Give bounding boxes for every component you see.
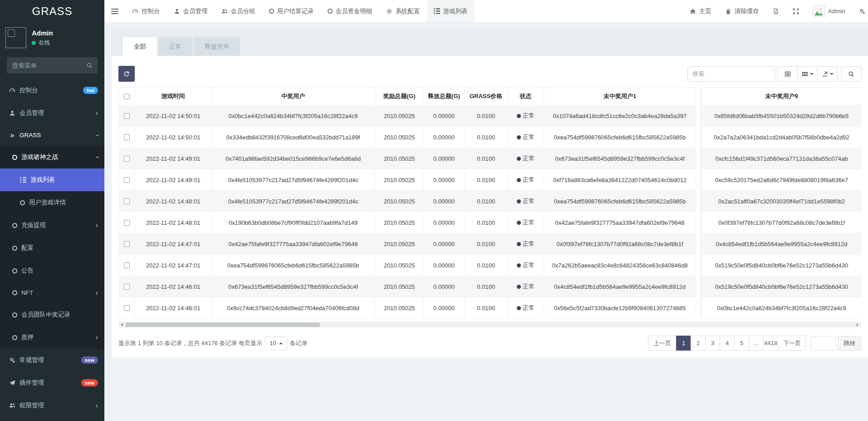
row-checkbox[interactable] — [124, 241, 130, 247]
page-button-3[interactable]: 3 — [705, 336, 720, 351]
row-checkbox[interactable] — [124, 198, 130, 204]
row-checkbox[interactable] — [124, 305, 130, 311]
tab-normal[interactable]: 正常 — [158, 37, 192, 56]
sidebar-item-pledge[interactable]: 质押 ‹ — [0, 326, 104, 349]
row-checkbox[interactable] — [124, 177, 130, 183]
page-button-2[interactable]: 2 — [691, 336, 706, 351]
row-checkbox[interactable] — [124, 263, 130, 268]
cell-runner-up-9: 0x65fd6d06bab5fb45501b50324d28d2d6b790b6… — [701, 105, 861, 126]
sidebar-item-team-prize-records[interactable]: 会员团队中奖记录 — [0, 303, 104, 326]
scroll-left-arrow[interactable] — [118, 322, 125, 327]
sidebar-item-recharge-withdraw[interactable]: 充值提现 ‹ — [0, 214, 104, 237]
nav-admin[interactable]: Admin — [806, 0, 852, 22]
pinned-row: 0x2ac51aff0a67c32003035ff4ef71dd1e5598f0… — [701, 191, 861, 212]
nav-document-button[interactable] — [766, 0, 786, 22]
list-icon — [434, 8, 440, 14]
cell-reward-total: 2010.05025 — [375, 169, 424, 190]
sidebar-item-plugin-management[interactable]: 插件管理 new — [0, 371, 104, 394]
row-checkbox[interactable] — [124, 284, 130, 290]
sidebar-item-member-management[interactable]: 会员管理 ‹ — [0, 102, 104, 124]
nav-fullscreen-button[interactable] — [786, 0, 806, 22]
search-icon — [86, 62, 93, 69]
sidebar-item-announcement[interactable]: 公告 — [0, 259, 104, 282]
table-row: 2022-11-02 14:46:01 0x673ea31f5ef6545d89… — [119, 276, 696, 297]
cell-game-time: 2022-11-02 14:49:01 — [135, 148, 211, 169]
jump-button[interactable]: 跳转 — [838, 336, 861, 351]
circle-icon — [328, 9, 333, 14]
table-row: 2022-11-02 14:50:01 0x334edb8432f3916708… — [119, 127, 696, 148]
cell-released-total: 0.00000 — [424, 233, 465, 254]
nav-home[interactable]: 主页 — [683, 0, 718, 22]
next-page-button[interactable]: 下一页 — [778, 336, 806, 351]
jump-page-input[interactable] — [811, 336, 836, 351]
cell-grass-price: 0.0100 — [465, 212, 508, 233]
nav-member-management[interactable]: 会员管理 — [167, 0, 215, 22]
nav-settings-button[interactable] — [852, 0, 868, 22]
select-all-checkbox[interactable] — [124, 94, 130, 99]
sidebar-item-game-gods-war[interactable]: 游戏诸神之战 ‹ — [0, 146, 104, 168]
row-checkbox[interactable] — [124, 134, 130, 140]
table-header-row: 游戏时间 中奖用户 奖励总额(G) 释放总额(G) GRASS价格 状态 未中奖… — [119, 87, 696, 105]
sidebar-item-general-management[interactable]: 常规管理 new — [0, 349, 104, 371]
pinned-row: 0x2a7a2a06341bda1cd2d4ab05b7f56b0dbe4a2d… — [701, 127, 861, 148]
nav-member-funds[interactable]: 会员资金明细 — [321, 0, 379, 22]
sidebar-item-config[interactable]: 配置 — [0, 237, 104, 259]
cell-game-time: 2022-11-02 14:46:01 — [135, 276, 211, 297]
page-button-5[interactable]: 5 — [734, 336, 749, 351]
detail-view-button[interactable] — [777, 66, 798, 82]
row-checkbox[interactable] — [124, 220, 130, 226]
nav-user-settlement[interactable]: 用户结算记录 — [262, 0, 321, 22]
refresh-button[interactable] — [118, 66, 135, 82]
cell-runner-up-9: 0x2a7a2a06341bda1cd2d4ab05b7f56b0dbe4a2d… — [701, 127, 861, 148]
sidebar-search-input[interactable] — [7, 57, 98, 74]
horizontal-scrollbar-thumb[interactable] — [126, 322, 320, 327]
columns-button[interactable] — [797, 66, 818, 82]
nav-game-list[interactable]: 游戏列表 — [427, 0, 475, 22]
row-checkbox[interactable] — [124, 113, 130, 119]
caret-up-icon — [279, 342, 283, 344]
horizontal-scrollbar[interactable] — [118, 322, 861, 327]
cell-status: 正常 — [508, 233, 544, 254]
table-search-input[interactable] — [687, 66, 775, 82]
status-dot — [517, 114, 521, 118]
row-checkbox[interactable] — [124, 156, 130, 162]
tab-released[interactable]: 释放完毕 — [194, 37, 240, 56]
sidebar-toggle-button[interactable] — [104, 0, 125, 22]
prev-page-button[interactable]: 上一页 — [648, 336, 677, 351]
sidebar-item-permission-management[interactable]: 权限管理 ‹ — [0, 394, 104, 417]
cell-grass-price: 0.0100 — [465, 105, 508, 126]
status-dot — [517, 221, 521, 225]
page-button-4418[interactable]: 4418 — [763, 336, 778, 351]
scroll-right-arrow[interactable] — [854, 322, 861, 327]
caret-down-icon — [810, 73, 814, 75]
dashboard-icon — [9, 87, 15, 94]
sidebar-item-user-game-detail[interactable]: 用户游戏详情 — [0, 191, 104, 214]
circle-icon — [12, 223, 17, 228]
column-header: 中奖用户 — [211, 88, 375, 105]
page-button-1[interactable]: 1 — [676, 336, 691, 351]
page-size-dropdown[interactable]: 10 — [265, 337, 287, 350]
pinned-row: 0x0f397ef78fc1307b77d0f92a68c08c7de3ef8b… — [701, 212, 861, 233]
cell-runner-up-1: 0x0f397ef78fc1307b77d0f92a68c08c7de3ef8b… — [544, 233, 696, 254]
cell-runner-up-1: 0xf716a883ca6efe8a3641222d074054614c0bd0… — [544, 169, 696, 190]
sidebar-item-nft[interactable]: NFT ‹ — [0, 282, 104, 303]
tab-all[interactable]: 全部 — [123, 37, 157, 56]
nav-dashboard[interactable]: 控制台 — [125, 0, 167, 22]
page-ellipsis[interactable]: ... — [749, 336, 764, 351]
cell-status: 正常 — [508, 191, 544, 212]
cell-status: 正常 — [508, 148, 544, 169]
chevron-left-icon: ‹ — [96, 223, 98, 228]
sidebar-item-grass[interactable]: » GRASS ‹ — [0, 124, 104, 146]
pinned-row: 0x519c50e0f5d840cb0bf6e76e52c1273a55b6d4… — [701, 276, 861, 297]
nav-clear-cache[interactable]: 清除缓存 — [718, 0, 766, 22]
sidebar-item-game-list[interactable]: 游戏列表 — [0, 168, 104, 191]
chevron-down-icon: ‹ — [94, 156, 99, 158]
sidebar-item-dashboard[interactable]: 控制台 hot — [0, 79, 104, 102]
nav-member-group[interactable]: 会员分组 — [215, 0, 262, 22]
page-button-4[interactable]: 4 — [720, 336, 735, 351]
search-button[interactable] — [841, 66, 861, 82]
cell-runner-up-1: 0x7a262b5aeeac83c4e8c84824356ce63c840846… — [544, 255, 696, 276]
nav-system-config[interactable]: 系统配置 — [379, 0, 427, 22]
double-angle-icon: » — [9, 133, 15, 138]
export-button[interactable] — [817, 66, 838, 82]
